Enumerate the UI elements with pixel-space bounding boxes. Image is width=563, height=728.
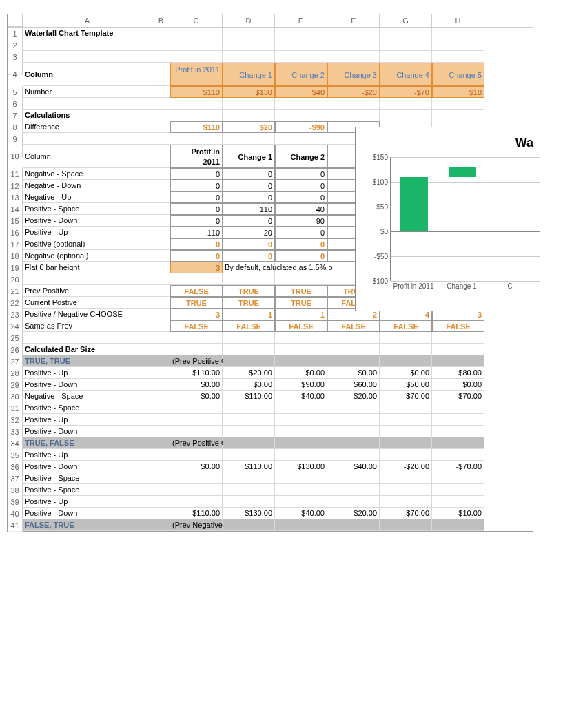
cell-D36[interactable]: $110.00 [223,461,275,472]
row-header-8[interactable]: 8 [8,121,23,134]
cell-C8[interactable]: $110 [170,121,223,133]
row-header-12[interactable]: 12 [8,180,23,192]
cell-G40[interactable]: -$70.00 [380,508,432,519]
cell-D15[interactable]: 0 [223,215,275,227]
cell-A16[interactable]: Positive - Up [23,227,152,238]
cell-A30[interactable]: Negative - Space [23,391,152,402]
row-header-4[interactable]: 4 [8,63,23,75]
col-header-C[interactable]: C [170,14,223,27]
row-header-32[interactable]: 32 [8,414,23,426]
row-header-14[interactable]: 14 [8,203,23,216]
cell-F30[interactable]: -$20.00 [327,391,380,402]
cell-A29[interactable]: Positive - Down [23,379,152,391]
row-header-9[interactable]: 9 [8,133,23,145]
cell-D23[interactable]: 1 [223,309,275,320]
cell-A36[interactable]: Positive - Down [23,461,152,472]
row-header-19[interactable]: 19 [8,262,23,274]
cell-C41[interactable]: (Prev Negative Current Positive) [170,519,223,531]
col-header-B[interactable]: B [152,14,170,27]
cell-E10[interactable]: Change 2 [275,145,327,168]
row-header-38[interactable]: 38 [8,484,23,497]
cell-A33[interactable]: Positive - Down [23,426,152,437]
cell-E8[interactable]: -$90 [275,121,327,133]
row-header-10[interactable]: 10 [8,145,23,157]
cell-C22[interactable]: TRUE [170,297,223,309]
cell-H30[interactable]: -$70.00 [432,391,484,402]
row-header-1[interactable]: 1 [8,28,23,40]
cell-A37[interactable]: Positive - Space [23,472,152,484]
cell-C29[interactable]: $0.00 [170,379,223,391]
cell-A11[interactable]: Negative - Space [23,168,152,180]
col-header-F[interactable]: F [327,14,380,27]
cell-A40[interactable]: Positive - Down [23,508,152,519]
cell-E5[interactable]: $40 [275,86,327,98]
cell-C27[interactable]: (Prev Positive Current Positive) [170,355,223,367]
cell-F4[interactable]: Change 3 [327,63,380,86]
cell-D22[interactable]: TRUE [223,297,275,309]
row-header-36[interactable]: 36 [8,461,23,473]
row-header-22[interactable]: 22 [8,297,23,309]
col-header-A[interactable]: A [23,14,152,27]
cell-C24[interactable]: FALSE [170,320,223,332]
cell-E14[interactable]: 40 [275,203,327,215]
cell-C12[interactable]: 0 [170,180,223,191]
cell-E15[interactable]: 90 [275,215,327,227]
cell-F1[interactable] [327,28,380,39]
cell-D28[interactable]: $20.00 [223,367,275,379]
cell-D24[interactable]: FALSE [223,320,275,332]
cell-A39[interactable]: Positive - Up [23,496,152,508]
row-header-5[interactable]: 5 [8,86,23,98]
col-header-E[interactable]: E [275,14,327,27]
row-header-23[interactable]: 23 [8,309,23,321]
cell-C14[interactable]: 0 [170,203,223,215]
row-header-31[interactable]: 31 [8,402,23,415]
cell-C21[interactable]: FALSE [170,285,223,297]
cell-D5[interactable]: $130 [223,86,275,98]
row-header-17[interactable]: 17 [8,238,23,251]
cell-A41[interactable]: FALSE, TRUE [23,519,152,531]
cell-C30[interactable]: $0.00 [170,391,223,402]
cell-C17[interactable]: 0 [170,238,223,250]
cell-A26[interactable]: Calculated Bar Size [23,344,152,355]
cell-A8[interactable]: Difference [23,121,152,133]
cell-D21[interactable]: TRUE [223,285,275,297]
row-header-16[interactable]: 16 [8,227,23,239]
row-header-37[interactable]: 37 [8,472,23,485]
cell-E12[interactable]: 0 [275,180,327,191]
cell-A15[interactable]: Positive - Down [23,215,152,227]
cell-A4[interactable]: Column [23,63,152,86]
cell-E17[interactable]: 0 [275,238,327,250]
cell-C18[interactable]: 0 [170,250,223,262]
cell-D29[interactable]: $0.00 [223,379,275,391]
cell-F40[interactable]: -$20.00 [327,508,380,519]
cell-E28[interactable]: $0.00 [275,367,327,379]
cell-H29[interactable]: $0.00 [432,379,484,391]
cell-D8[interactable]: $20 [223,121,275,133]
cell-C28[interactable]: $110.00 [170,367,223,379]
cell-G36[interactable]: -$20.00 [380,461,432,472]
row-header-18[interactable]: 18 [8,250,23,262]
cell-D10[interactable]: Change 1 [223,145,275,168]
cell-A23[interactable]: Positive / Negative CHOOSE [23,309,152,320]
cell-C13[interactable]: 0 [170,191,223,203]
cell-D4[interactable]: Change 1 [223,63,275,86]
cell-F29[interactable]: $60.00 [327,379,380,391]
cell-F24[interactable]: FALSE [327,320,380,332]
row-header-25[interactable]: 25 [8,332,23,344]
cell-D1[interactable] [223,28,275,39]
row-header-13[interactable]: 13 [8,191,23,204]
cell-D17[interactable]: 0 [223,238,275,250]
cell-A24[interactable]: Same as Prev [23,320,152,332]
cell-E1[interactable] [275,28,327,39]
cell-G29[interactable]: $50.00 [380,379,432,391]
cell-C40[interactable]: $110.00 [170,508,223,519]
col-header-D[interactable]: D [223,14,275,27]
cell-F28[interactable]: $0.00 [327,367,380,379]
cell-H4[interactable]: Change 5 [432,63,484,86]
cell-H24[interactable]: FALSE [432,320,484,332]
cell-A18[interactable]: Negative (optional) [23,250,152,262]
cell-G5[interactable]: -$70 [380,86,432,98]
cell-D40[interactable]: $130.00 [223,508,275,519]
row-header-33[interactable]: 33 [8,426,23,438]
cell-E4[interactable]: Change 2 [275,63,327,86]
